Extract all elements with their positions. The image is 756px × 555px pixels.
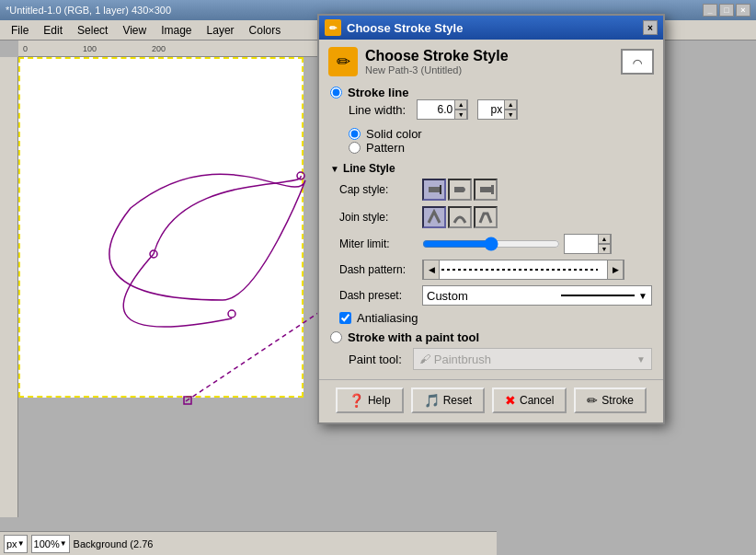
miter-limit-input[interactable]: 10.0: [565, 237, 598, 250]
stroke-icon: ✏: [587, 393, 598, 408]
menu-colors[interactable]: Colors: [242, 22, 289, 39]
line-width-down[interactable]: ▼: [454, 110, 467, 120]
svg-point-1: [228, 310, 235, 318]
reset-icon: 🎵: [424, 393, 440, 408]
statusbar: px ▼ 100% ▼ Background (2.76: [0, 531, 497, 555]
unit-down[interactable]: ▼: [504, 110, 517, 120]
stroke-line-radio-row: Stroke line: [330, 86, 652, 99]
dialog-title-area: Choose Stroke Style New Path-3 (Untitled…: [365, 48, 509, 75]
unit-arrow: ▼: [17, 539, 25, 548]
help-button[interactable]: ❓ Help: [336, 387, 404, 413]
svg-line-4: [186, 300, 324, 401]
svg-rect-8: [480, 187, 491, 192]
pattern-radio[interactable]: [349, 142, 361, 154]
stroke-line-label: Stroke line: [348, 86, 408, 99]
svg-rect-9: [491, 185, 494, 194]
stroke-line-radio[interactable]: [330, 87, 342, 98]
unit-input[interactable]: px: [478, 103, 504, 116]
join-miter-button[interactable]: [422, 206, 446, 228]
miter-limit-row: Miter limit: 10.0 ▲ ▼: [339, 234, 652, 254]
join-round-button[interactable]: [448, 206, 472, 228]
pattern-label: Pattern: [366, 141, 405, 155]
unit-selector[interactable]: px ▼: [4, 535, 28, 553]
paint-tool-row: Paint tool: 🖌 Paintbrush ▼: [349, 348, 652, 370]
line-width-input[interactable]: 6.0: [418, 103, 454, 116]
stroke-paint-radio-row: Stroke with a paint tool: [330, 330, 652, 344]
stroke-button[interactable]: ✏ Stroke: [574, 387, 647, 413]
line-width-arrows: ▲ ▼: [454, 99, 467, 120]
dialog-buttons: ❓ Help 🎵 Reset ✖ Cancel ✏ Stroke: [319, 379, 663, 422]
dash-pattern-display: [440, 260, 607, 279]
line-width-row: Line width: 6.0 ▲ ▼ px ▲ ▼: [349, 99, 652, 120]
unit-up[interactable]: ▲: [504, 99, 517, 110]
line-style-label: Line Style: [343, 162, 395, 175]
svg-rect-5: [429, 187, 440, 192]
miter-limit-controls: 10.0 ▲ ▼: [422, 234, 612, 254]
cap-square-button[interactable]: [474, 179, 498, 201]
unit-spinbox[interactable]: px ▲ ▼: [477, 99, 518, 120]
dash-preset-dropdown[interactable]: Custom ▼: [422, 285, 652, 306]
miter-limit-spinbox[interactable]: 10.0 ▲ ▼: [564, 234, 612, 254]
gimp-title: *Untitled-1.0 (RGB, 1 layer) 430×300: [6, 5, 171, 16]
paint-tool-label: Paint tool:: [349, 353, 402, 366]
menu-file[interactable]: File: [4, 22, 36, 39]
menu-layer[interactable]: Layer: [200, 22, 242, 39]
cap-style-buttons: [422, 179, 498, 201]
canvas-svg: [39, 116, 324, 457]
reset-label: Reset: [443, 394, 472, 407]
cap-butt-button[interactable]: [422, 179, 446, 201]
dialog-body: Stroke line Line width: 6.0 ▲ ▼ px ▲ ▼: [319, 80, 663, 379]
paint-tool-value-area: 🖌 Paintbrush: [419, 353, 491, 366]
svg-rect-6: [440, 185, 441, 194]
paint-tool-arrow: ▼: [636, 354, 646, 364]
cancel-icon: ✖: [505, 393, 516, 408]
miter-limit-slider[interactable]: [422, 236, 560, 252]
dialog-subtitle: New Path-3 (Untitled): [365, 64, 509, 75]
dash-scroll-right[interactable]: ▶: [607, 260, 624, 280]
antialiasing-checkbox[interactable]: [339, 312, 351, 324]
line-width-spinbox[interactable]: 6.0 ▲ ▼: [417, 99, 468, 120]
unit-value: px: [6, 538, 17, 549]
join-style-buttons: [422, 206, 498, 228]
stroke-paint-radio[interactable]: [330, 331, 342, 343]
zoom-arrow: ▼: [60, 539, 67, 548]
dialog-main-icon: ✏: [328, 47, 358, 76]
cap-round-button[interactable]: [448, 179, 472, 201]
dialog-close-button[interactable]: ×: [643, 20, 658, 35]
dash-pattern-control: ◀ ▶: [422, 260, 624, 280]
help-icon: ❓: [349, 393, 364, 408]
close-button-gimp[interactable]: ×: [736, 4, 750, 17]
minimize-button[interactable]: _: [703, 4, 717, 17]
paintbrush-icon: 🖌: [419, 353, 430, 365]
miter-up[interactable]: ▲: [598, 234, 611, 244]
dialog-main-title: Choose Stroke Style: [365, 48, 509, 64]
join-style-label: Join style:: [339, 211, 422, 224]
stroke-paint-label: Stroke with a paint tool: [348, 330, 479, 344]
dash-preset-arrow: ▼: [638, 291, 647, 301]
paint-tool-dropdown[interactable]: 🖌 Paintbrush ▼: [413, 348, 652, 370]
dash-pattern-label: Dash pattern:: [339, 263, 422, 276]
cancel-button[interactable]: ✖ Cancel: [492, 387, 567, 413]
dialog-header: ✏ Choose Stroke Style New Path-3 (Untitl…: [319, 40, 663, 80]
dash-preset-label: Dash preset:: [339, 289, 422, 302]
choose-stroke-dialog: ✏ Choose Stroke Style × ✏ Choose Stroke …: [317, 14, 665, 424]
pencil-icon: ✏: [337, 52, 350, 72]
color-options: Solid color Pattern: [349, 127, 652, 155]
dash-scroll-left[interactable]: ◀: [423, 260, 440, 280]
section-arrow: ▼: [330, 164, 339, 174]
join-bevel-button[interactable]: [474, 206, 498, 228]
solid-color-label: Solid color: [366, 127, 422, 141]
menu-view[interactable]: View: [115, 22, 154, 39]
menu-select[interactable]: Select: [70, 22, 115, 39]
unit-arrows: ▲ ▼: [504, 99, 517, 120]
menu-image[interactable]: Image: [154, 22, 199, 39]
reset-button[interactable]: 🎵 Reset: [411, 387, 485, 413]
menu-edit[interactable]: Edit: [36, 22, 70, 39]
zoom-selector[interactable]: 100% ▼: [31, 535, 70, 553]
line-width-up[interactable]: ▲: [454, 99, 467, 110]
cap-style-label: Cap style:: [339, 183, 422, 196]
miter-down[interactable]: ▼: [598, 244, 611, 254]
maximize-button[interactable]: □: [719, 4, 734, 17]
help-label: Help: [368, 394, 391, 407]
solid-color-radio[interactable]: [349, 128, 361, 140]
